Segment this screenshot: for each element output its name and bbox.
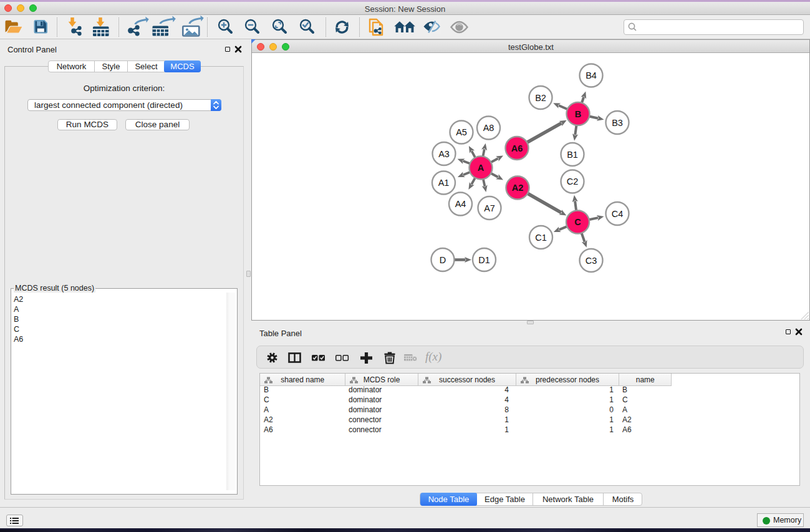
svg-text:A1: A1 <box>438 178 450 188</box>
svg-text:B: B <box>575 109 581 119</box>
svg-text:C: C <box>574 217 581 227</box>
svg-text:B1: B1 <box>567 150 578 160</box>
svg-text:A8: A8 <box>483 123 494 133</box>
svg-text:C4: C4 <box>612 209 624 219</box>
svg-text:A5: A5 <box>456 127 467 137</box>
svg-text:A7: A7 <box>484 203 495 213</box>
svg-text:B3: B3 <box>612 118 623 128</box>
svg-text:A3: A3 <box>438 149 450 159</box>
svg-text:A2: A2 <box>512 183 524 193</box>
svg-text:B2: B2 <box>535 93 546 103</box>
svg-text:D: D <box>440 255 446 265</box>
svg-text:A6: A6 <box>511 143 523 153</box>
svg-text:D1: D1 <box>478 255 490 265</box>
svg-text:A: A <box>478 163 485 173</box>
svg-text:C1: C1 <box>535 233 547 243</box>
svg-text:C3: C3 <box>586 256 597 266</box>
svg-text:C2: C2 <box>567 177 579 186</box>
svg-text:B4: B4 <box>586 70 597 80</box>
svg-text:A4: A4 <box>455 199 466 209</box>
